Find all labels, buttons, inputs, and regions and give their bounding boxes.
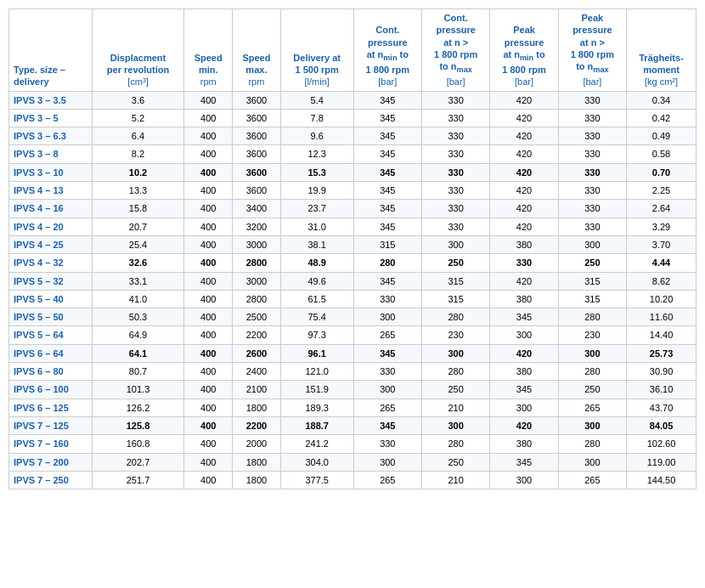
table-cell: 64.1 (92, 344, 184, 362)
col-header-cont-pressure-1800: Cont.pressureat nmin to1 800 rpm[bar] (353, 9, 421, 92)
table-cell: 188.7 (280, 416, 353, 434)
table-cell: 280 (558, 363, 626, 381)
table-cell: IPVS 7 – 125 (9, 416, 93, 434)
table-cell: 7.8 (280, 109, 353, 127)
col-header-type: Type. size –delivery (9, 9, 93, 92)
table-cell: 300 (421, 235, 489, 253)
table-cell: 300 (558, 235, 626, 253)
table-row: IPVS 5 – 4041.0400280061.533031538031510… (9, 290, 697, 308)
table-cell: 0.34 (627, 91, 697, 109)
col-header-delivery: Delivery at1 500 rpm[l/min] (280, 9, 353, 92)
table-cell: 3600 (233, 127, 281, 145)
table-cell: 400 (184, 235, 233, 253)
table-row: IPVS 3 – 88.2400360012.33453304203300.58 (9, 145, 697, 163)
table-cell: 300 (490, 326, 558, 344)
col-header-inertia: Trägheits-moment[kg cm²] (627, 9, 697, 92)
table-cell: 3.29 (627, 218, 697, 235)
table-cell: 265 (353, 326, 421, 344)
table-cell: 25.4 (92, 235, 184, 253)
table-cell: 15.8 (92, 200, 184, 218)
table-cell: 2200 (233, 416, 281, 434)
table-cell: 2400 (233, 363, 281, 381)
table-cell: 11.60 (627, 308, 697, 326)
table-cell: 10.20 (627, 290, 697, 308)
table-cell: 2200 (233, 326, 281, 344)
table-cell: IPVS 3 – 5 (9, 109, 93, 127)
table-cell: 400 (184, 254, 233, 272)
table-cell: IPVS 4 – 13 (9, 182, 93, 200)
table-cell: 400 (184, 416, 233, 434)
table-cell: 380 (490, 435, 558, 453)
table-cell: 250 (421, 254, 489, 272)
table-cell: 189.3 (280, 399, 353, 416)
table-cell: 330 (421, 182, 489, 200)
table-cell: 330 (490, 254, 558, 272)
table-cell: 280 (421, 435, 489, 453)
table-cell: 101.3 (92, 381, 184, 399)
table-cell: 345 (353, 344, 421, 362)
table-cell: 345 (353, 109, 421, 127)
col-header-peak-pressure-1800: Peakpressureat nmin to1 800 rpm[bar] (490, 9, 558, 92)
table-row: IPVS 4 – 2525.4400300038.13153003803003.… (9, 235, 697, 253)
table-cell: 20.7 (92, 218, 184, 235)
table-cell: 300 (353, 308, 421, 326)
table-cell: 300 (353, 453, 421, 471)
table-cell: 2100 (233, 381, 281, 399)
table-cell: 1800 (233, 399, 281, 416)
table-cell: 25.73 (627, 344, 697, 362)
table-cell: 400 (184, 471, 233, 489)
table-cell: 75.4 (280, 308, 353, 326)
table-cell: 420 (490, 163, 558, 181)
table-cell: IPVS 7 – 160 (9, 435, 93, 453)
table-cell: 345 (490, 453, 558, 471)
table-cell: 96.1 (280, 344, 353, 362)
table-cell: 151.9 (280, 381, 353, 399)
table-cell: 102.60 (627, 435, 697, 453)
table-cell: IPVS 4 – 32 (9, 254, 93, 272)
table-cell: 400 (184, 145, 233, 163)
col-header-peak-pressure-nmax: Peakpressureat n >1 800 rpmto nmax[bar] (558, 9, 626, 92)
table-row: IPVS 5 – 6464.9400220097.326523030023014… (9, 326, 697, 344)
table-cell: 345 (353, 182, 421, 200)
table-cell: 119.00 (627, 453, 697, 471)
table-cell: 2800 (233, 254, 281, 272)
table-cell: 0.70 (627, 163, 697, 181)
table-row: IPVS 5 – 5050.3400250075.430028034528011… (9, 308, 697, 326)
table-cell: IPVS 3 – 10 (9, 163, 93, 181)
table-cell: 300 (421, 344, 489, 362)
table-row: IPVS 5 – 3233.1400300049.63453154203158.… (9, 272, 697, 290)
table-cell: 3400 (233, 200, 281, 218)
table-cell: 330 (558, 200, 626, 218)
table-cell: IPVS 5 – 64 (9, 326, 93, 344)
table-cell: 345 (353, 145, 421, 163)
table-cell: 315 (558, 290, 626, 308)
table-cell: 400 (184, 399, 233, 416)
table-cell: 3600 (233, 145, 281, 163)
table-cell: 330 (558, 182, 626, 200)
col-header-speed-min: Speedmin.rpm (184, 9, 233, 92)
data-table: Type. size –delivery Displacmentper revo… (8, 8, 697, 489)
table-cell: 330 (558, 109, 626, 127)
header-row: Type. size –delivery Displacmentper revo… (9, 9, 697, 92)
table-row: IPVS 4 – 1615.8400340023.73453304203302.… (9, 200, 697, 218)
table-cell: 8.62 (627, 272, 697, 290)
table-cell: 10.2 (92, 163, 184, 181)
table-cell: IPVS 4 – 25 (9, 235, 93, 253)
col-header-cont-pressure-nmax: Cont.pressureat n >1 800 rpmto nmax[bar] (421, 9, 489, 92)
table-cell: 315 (353, 235, 421, 253)
table-cell: 345 (490, 308, 558, 326)
table-cell: 420 (490, 109, 558, 127)
table-cell: 50.3 (92, 308, 184, 326)
table-cell: 241.2 (280, 435, 353, 453)
table-cell: 15.3 (280, 163, 353, 181)
table-cell: 420 (490, 127, 558, 145)
table-cell: 3000 (233, 272, 281, 290)
table-cell: 420 (490, 272, 558, 290)
table-cell: IPVS 6 – 125 (9, 399, 93, 416)
table-cell: 330 (421, 91, 489, 109)
table-cell: IPVS 5 – 32 (9, 272, 93, 290)
table-cell: 300 (490, 399, 558, 416)
table-cell: 420 (490, 200, 558, 218)
table-cell: IPVS 3 – 3.5 (9, 91, 93, 109)
table-cell: 380 (490, 363, 558, 381)
